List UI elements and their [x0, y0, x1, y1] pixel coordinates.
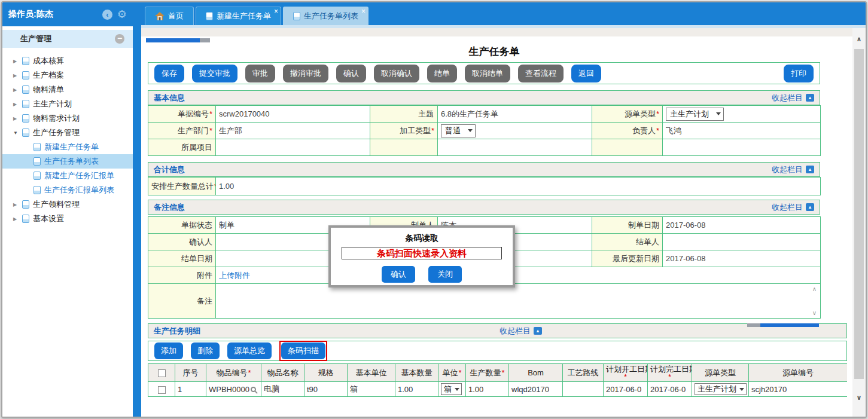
sidebar-item-new-production-task-report[interactable]: 新建生产任务汇报单	[2, 169, 133, 183]
project-field[interactable]	[216, 139, 370, 156]
application-window: 操作员:陈杰 ‹ ⚙ 生产管理 − ▶ 成本核算 ▶ 生产档案 ▶ 物料清单	[1, 1, 867, 418]
item-name-cell[interactable]: 电脑	[261, 382, 304, 397]
view-workflow-button[interactable]: 查看流程	[518, 65, 564, 82]
back-button[interactable]: 返回	[571, 65, 601, 82]
source-no-cell[interactable]: scjh20170	[749, 382, 848, 397]
create-date-field: 2017-06-08	[663, 217, 821, 234]
base-qty-cell[interactable]: 1.00	[395, 382, 438, 397]
horizontal-scrollbar-detail[interactable]	[747, 323, 819, 327]
tab-production-task-list[interactable]: 生产任务单列表 ×	[283, 7, 368, 25]
collapse-minus-icon[interactable]: −	[115, 34, 124, 44]
barcode-scan-button[interactable]: 条码扫描	[281, 342, 325, 359]
person-in-charge-field[interactable]: 飞鸿	[663, 123, 821, 139]
production-dept-field[interactable]: 生产部	[216, 123, 370, 139]
vertical-scrollbar[interactable]: ∧ ∨	[852, 28, 866, 417]
sidebar-item-master-production-plan[interactable]: ▶ 主生产计划	[2, 97, 133, 111]
cancel-close-order-button[interactable]: 取消结单	[465, 65, 510, 82]
highlight-box: 条码扫描	[279, 341, 327, 361]
approve-button[interactable]: 审批	[245, 65, 275, 82]
barcode-input[interactable]: 条码扫面快速录入资料	[342, 247, 502, 259]
document-icon	[33, 143, 41, 151]
route-cell[interactable]	[563, 382, 604, 397]
sidebar-item-production-archives[interactable]: ▶ 生产档案	[2, 68, 133, 82]
scrollbar-thumb[interactable]	[854, 49, 864, 379]
detail-header-row: 序号 物品编号* 物品名称 规格 基本单位 基本数量 单位* 生产数量* Bom…	[148, 364, 848, 382]
add-row-button[interactable]: 添加	[154, 342, 183, 359]
collapse-section-control[interactable]: 收起栏目 ▴	[772, 202, 814, 213]
closer-field	[663, 234, 821, 250]
dialog-confirm-button[interactable]: 确认	[382, 266, 415, 283]
submit-approval-button[interactable]: 提交审批	[192, 65, 237, 82]
revoke-approval-button[interactable]: 撤消审批	[283, 65, 328, 82]
confirm-button[interactable]: 确认	[336, 65, 366, 82]
sidebar-section-production-management[interactable]: 生产管理 −	[2, 30, 133, 48]
tab-new-production-task[interactable]: 新建生产任务单 ×	[196, 7, 281, 25]
prod-qty-cell[interactable]: 1.00	[466, 382, 509, 397]
collapse-section-control[interactable]: 收起栏目 ▴	[500, 326, 542, 337]
unit-select[interactable]: 箱	[441, 383, 462, 395]
close-icon[interactable]: ×	[361, 8, 366, 15]
select-all-checkbox[interactable]	[158, 369, 166, 377]
base-unit-cell[interactable]: 箱	[348, 382, 395, 397]
plan-end-cell[interactable]: 2017-06-0	[648, 382, 692, 397]
scroll-up-icon[interactable]: ∧	[852, 35, 866, 43]
sidebar-item-production-material-management[interactable]: ▶ 生产领料管理	[2, 197, 133, 212]
document-icon	[22, 85, 29, 94]
subject-field[interactable]: 6.8的生产任务单	[438, 106, 592, 123]
gear-icon[interactable]: ⚙	[117, 9, 127, 20]
total-qty-field[interactable]: 1.00	[216, 178, 821, 195]
save-button[interactable]: 保存	[154, 65, 184, 82]
chevron-right-icon: ▶	[13, 59, 22, 64]
process-type-select[interactable]: 普通	[441, 124, 476, 137]
cancel-confirm-button[interactable]: 取消确认	[374, 65, 419, 82]
main-content: 生产任务单 保存 提交审批 审批 撤消审批 确认 取消确认 结单 取消结单 查看…	[141, 28, 854, 417]
collapse-section-control[interactable]: 收起栏目 ▴	[772, 93, 814, 103]
sidebar-item-cost-accounting[interactable]: ▶ 成本核算	[2, 54, 133, 68]
scroll-down-icon[interactable]: ∨	[852, 394, 866, 402]
table-row: 所属项目	[148, 139, 821, 156]
close-icon[interactable]: ×	[274, 8, 278, 15]
scroll-up-icon[interactable]: ∧	[812, 286, 817, 292]
remark-textarea[interactable]: ∧ ∨	[216, 284, 821, 319]
source-type-row-select[interactable]: 主生产计划	[695, 383, 747, 395]
item-code-cell[interactable]: WPBH0000	[206, 382, 261, 397]
sidebar-item-material-requirement-plan[interactable]: ▶ 物料需求计划	[2, 111, 133, 126]
bom-cell[interactable]: wlqd20170	[509, 382, 563, 397]
plan-start-cell[interactable]: 2017-06-0	[604, 382, 648, 397]
dialog-close-button[interactable]: 关闭	[428, 266, 462, 283]
sidebar-section-title: 生产管理	[20, 33, 51, 44]
row-checkbox[interactable]	[158, 386, 166, 394]
sidebar-item-production-task-management[interactable]: ▼ 生产任务管理	[2, 126, 133, 140]
sidebar-item-new-production-task[interactable]: 新建生产任务单	[2, 140, 133, 154]
page-title: 生产任务单	[148, 45, 840, 59]
basic-info-header: 基本信息 收起栏目 ▴	[148, 90, 820, 105]
upload-attachment-link[interactable]: 上传附件	[219, 271, 250, 280]
table-row: 备注 ∧ ∨	[148, 284, 821, 319]
sidebar-item-bom-list[interactable]: ▶ 物料清单	[2, 82, 133, 97]
sidebar-item-production-task-list[interactable]: 生产任务单列表	[2, 154, 133, 169]
search-icon[interactable]	[251, 387, 256, 392]
tab-home[interactable]: 首页	[145, 7, 194, 25]
scroll-down-icon[interactable]: ∨	[812, 310, 817, 316]
document-icon	[33, 157, 41, 166]
sidebar-item-production-task-report-list[interactable]: 生产任务汇报单列表	[2, 183, 133, 197]
close-order-button[interactable]: 结单	[427, 65, 457, 82]
source-type-select[interactable]: 主生产计划	[666, 108, 724, 121]
collapse-up-icon: ▴	[534, 327, 542, 335]
textarea-scrollbar[interactable]: ∧ ∨	[811, 286, 818, 316]
home-icon	[155, 12, 165, 20]
doc-number-field[interactable]: scrw20170040	[216, 106, 370, 123]
seq-cell: 1	[175, 382, 206, 397]
sidebar-item-basic-settings[interactable]: ▶ 基本设置	[2, 212, 133, 226]
back-icon[interactable]: ‹	[102, 10, 112, 20]
delete-row-button[interactable]: 删除	[191, 342, 220, 359]
table-row: 安排生产数量总计* 1.00	[148, 178, 821, 195]
source-overview-button[interactable]: 源单总览	[227, 342, 272, 359]
horizontal-scrollbar-top[interactable]	[146, 38, 210, 42]
document-icon	[22, 129, 29, 137]
print-button[interactable]: 打印	[784, 65, 814, 82]
sidebar-header: 操作员:陈杰 ‹ ⚙	[2, 2, 133, 26]
basic-info-table: 单据编号* scrw20170040 主题 6.8的生产任务单 源单类型* 主生…	[148, 105, 821, 156]
spec-cell[interactable]: t90	[304, 382, 348, 397]
collapse-section-control[interactable]: 收起栏目 ▴	[772, 164, 814, 175]
